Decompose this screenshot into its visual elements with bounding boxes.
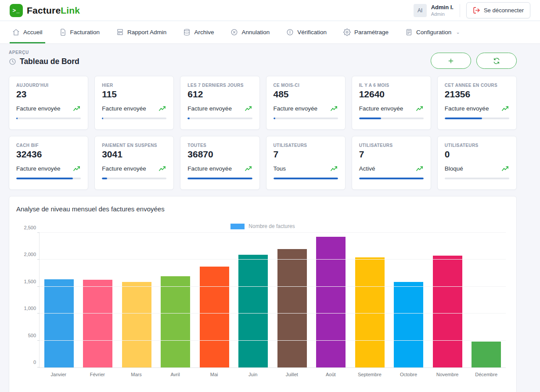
nav-item-parametrage[interactable]: Paramétrage [343,21,389,43]
nav-item-rapport-admin[interactable]: Rapport Admin [116,21,166,43]
bar-chart-plot: 05001,0001,5002,0002,500 [39,233,506,368]
stat-card: UTILISATEURS 7 Tous [266,136,346,190]
y-tick-mark [37,367,40,367]
nav-item-accueil[interactable]: Accueil [12,21,43,43]
divider [460,4,460,17]
stat-card-label: UTILISATEURS [274,143,338,148]
stat-card-label: LES 7 DERNIERS JOURS [187,83,252,88]
progress-fill [102,178,107,179]
trend-up-icon [416,165,424,172]
chart-bar-juillet[interactable] [277,249,307,367]
progress-fill [187,118,189,119]
chart-bar-novembre[interactable] [433,256,462,367]
stat-card-caption: Facture envoyée [16,105,61,112]
chart-legend[interactable]: Nombre de factures [16,223,509,229]
progress-fill [16,178,73,179]
x-axis-label: Mars [117,372,156,377]
stat-card-caption: Facture envoyée [187,165,232,172]
trend-up-icon [502,105,509,112]
y-tick-mark [37,313,40,314]
page-head: APERÇU Tableau de Bord [9,44,517,73]
progress-fill [359,118,381,119]
trend-up-icon [73,105,81,112]
stat-card-value: 7 [359,149,424,160]
progress-track [445,178,509,179]
chart-bar-avril[interactable] [161,276,190,367]
chart-bar-juin[interactable] [238,255,268,367]
brand-logo[interactable]: >_ FactureLink [10,4,80,17]
user-identity: Admin I. Admin [431,4,454,16]
x-axis-label: Avril [156,372,195,377]
page-title: Tableau de Bord [20,57,79,66]
stat-card-label: CE MOIS-CI [274,83,338,88]
chart-bar-janvier[interactable] [44,279,74,367]
progress-track [445,118,509,119]
stat-card-label: TOUTES [187,143,252,148]
page-actions [431,53,517,69]
chart-bar-aout[interactable] [316,237,346,367]
trend-up-icon [159,105,166,112]
progress-fill [274,178,338,179]
progress-track [102,118,166,119]
home-icon [12,29,20,36]
progress-track [16,118,81,119]
stat-card-caption: Facture envoyée [102,165,146,172]
x-axis-label: Mai [194,372,234,377]
breadcrumb: APERÇU [9,50,79,55]
gridline [40,313,506,314]
nav-item-facturation[interactable]: Facturation [59,21,100,43]
progress-fill [16,118,18,119]
chart-bar-decembre[interactable] [472,342,501,367]
bar-slot [156,233,195,367]
trend-up-icon [245,165,252,172]
stat-cards-grid: AUJOURD'HUI 23 Facture envoyée HIER 115 … [9,76,517,190]
nav-item-configuration[interactable]: Configuration ⌄ [405,21,460,43]
nav-item-annulation[interactable]: Annulation [230,21,270,43]
stat-card-caption: Facture envoyée [102,105,146,112]
progress-track [102,178,166,179]
stat-card-value: 7 [274,149,338,160]
stat-card: UTILISATEURS 7 Activé [352,136,431,190]
stat-card-caption: Facture envoyée [359,105,403,112]
progress-track [187,178,252,179]
add-button[interactable] [431,53,471,69]
stat-card-caption: Bloqué [445,165,463,172]
x-axis-label: Juillet [272,372,311,377]
avatar[interactable]: AI [414,4,427,17]
x-axis-label: Février [78,372,117,377]
chart-bar-mai[interactable] [200,267,229,367]
chart-bar-mars[interactable] [122,282,151,367]
chart-bar-septembre[interactable] [355,257,385,367]
user-area: AI Admin I. Admin Se déconnecter [414,2,530,18]
logout-label: Se déconnecter [484,7,524,14]
progress-track [187,118,252,119]
stat-card: AUJOURD'HUI 23 Facture envoyée [9,76,88,130]
trend-up-icon [416,105,424,112]
progress-track [274,118,338,119]
y-tick-label: 2,000 [17,252,36,257]
nav-item-verification[interactable]: Vérification [286,21,327,43]
chart-bar-fevrier[interactable] [83,280,112,367]
y-tick-mark [37,286,40,287]
brand-name: FactureLink [27,5,80,16]
top-header: >_ FactureLink AI Admin I. Admin Se déco… [0,0,540,21]
stat-card-value: 21356 [445,89,509,100]
refresh-button[interactable] [476,53,517,69]
nav-item-archive[interactable]: Archive [183,21,214,43]
stat-card-value: 0 [445,149,509,160]
stat-card-label: PAIEMENT EN SUSPENS [102,143,166,148]
bar-slot [79,233,118,367]
user-role: Admin [431,11,454,17]
chart-card: Analyse de niveau mensuel des factures e… [9,196,517,392]
progress-fill [445,118,482,119]
logout-button[interactable]: Se déconnecter [466,2,530,18]
legend-label: Nombre de factures [248,223,295,229]
stat-card-label: AUJOURD'HUI [16,83,81,88]
progress-track [16,178,81,179]
stat-card-value: 36870 [187,149,252,160]
page-content: APERÇU Tableau de Bord [9,44,517,392]
chart-bar-octobre[interactable] [394,282,423,367]
logout-icon [473,7,480,14]
stat-card-value: 485 [274,89,338,100]
y-tick-label: 2,500 [17,225,36,230]
